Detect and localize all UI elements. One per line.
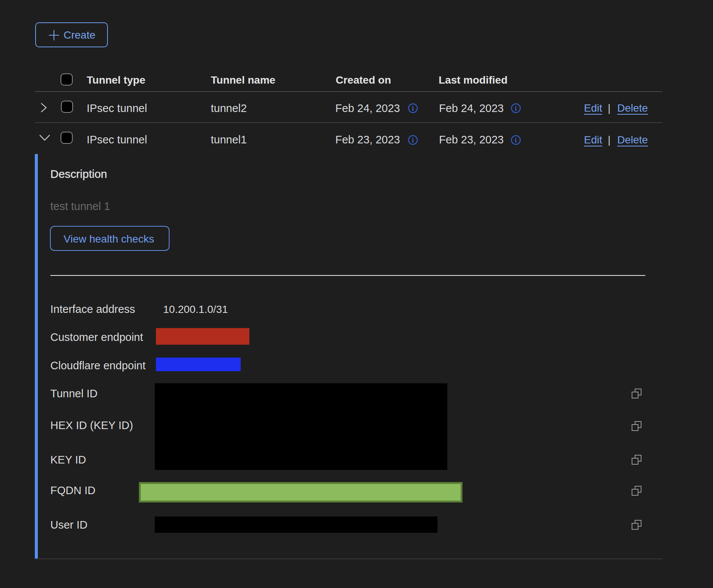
svg-text:i: i: [515, 136, 517, 144]
svg-text:i: i: [412, 136, 414, 144]
svg-text:i: i: [412, 104, 414, 112]
svg-text:i: i: [515, 104, 517, 112]
